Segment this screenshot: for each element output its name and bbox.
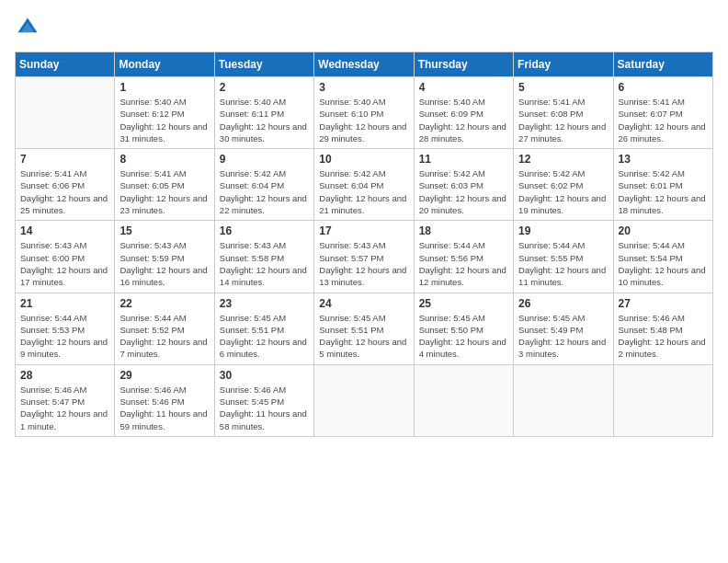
page-header	[15, 15, 713, 40]
day-info: Sunrise: 5:46 AMSunset: 5:47 PMDaylight:…	[20, 384, 109, 432]
calendar-body: 1Sunrise: 5:40 AMSunset: 6:12 PMDaylight…	[16, 77, 713, 437]
column-header-thursday: Thursday	[414, 52, 513, 77]
week-row-2: 14Sunrise: 5:43 AMSunset: 6:00 PMDayligh…	[16, 221, 713, 293]
calendar-cell: 30Sunrise: 5:46 AMSunset: 5:45 PMDayligh…	[214, 364, 313, 436]
calendar-header-row: SundayMondayTuesdayWednesdayThursdayFrid…	[16, 52, 713, 77]
day-info: Sunrise: 5:40 AMSunset: 6:11 PMDaylight:…	[220, 96, 309, 144]
calendar-cell: 1Sunrise: 5:40 AMSunset: 6:12 PMDaylight…	[115, 77, 214, 149]
day-number: 28	[20, 369, 109, 382]
day-info: Sunrise: 5:44 AMSunset: 5:54 PMDaylight:…	[619, 239, 708, 288]
day-info: Sunrise: 5:46 AMSunset: 5:46 PMDaylight:…	[119, 384, 209, 432]
logo-icon	[15, 15, 40, 40]
day-number: 21	[20, 297, 109, 310]
day-info: Sunrise: 5:44 AMSunset: 5:52 PMDaylight:…	[119, 312, 209, 361]
day-number: 22	[119, 297, 209, 310]
day-number: 10	[319, 153, 408, 166]
week-row-0: 1Sunrise: 5:40 AMSunset: 6:12 PMDaylight…	[16, 77, 713, 149]
day-info: Sunrise: 5:42 AMSunset: 6:02 PMDaylight:…	[518, 167, 608, 216]
day-info: Sunrise: 5:40 AMSunset: 6:09 PMDaylight:…	[419, 96, 508, 144]
calendar-cell: 23Sunrise: 5:45 AMSunset: 5:51 PMDayligh…	[214, 293, 313, 364]
day-number: 24	[319, 297, 408, 310]
calendar-cell: 13Sunrise: 5:42 AMSunset: 6:01 PMDayligh…	[613, 149, 712, 221]
day-info: Sunrise: 5:40 AMSunset: 6:10 PMDaylight:…	[319, 96, 408, 144]
calendar-cell: 16Sunrise: 5:43 AMSunset: 5:58 PMDayligh…	[214, 221, 313, 293]
day-info: Sunrise: 5:42 AMSunset: 6:01 PMDaylight:…	[619, 167, 708, 216]
column-header-saturday: Saturday	[613, 52, 712, 77]
calendar-cell: 4Sunrise: 5:40 AMSunset: 6:09 PMDaylight…	[414, 77, 513, 149]
calendar-cell	[314, 364, 414, 436]
calendar-cell	[414, 364, 513, 436]
day-number: 13	[619, 153, 708, 166]
day-info: Sunrise: 5:45 AMSunset: 5:49 PMDaylight:…	[518, 312, 608, 361]
day-info: Sunrise: 5:44 AMSunset: 5:55 PMDaylight:…	[518, 239, 608, 288]
day-number: 1	[119, 81, 209, 94]
calendar-cell: 17Sunrise: 5:43 AMSunset: 5:57 PMDayligh…	[314, 221, 414, 293]
day-number: 7	[20, 153, 109, 166]
day-number: 11	[419, 153, 508, 166]
day-number: 25	[419, 297, 508, 310]
day-info: Sunrise: 5:42 AMSunset: 6:04 PMDaylight:…	[319, 167, 408, 216]
calendar-cell: 24Sunrise: 5:45 AMSunset: 5:51 PMDayligh…	[314, 293, 414, 364]
day-number: 6	[619, 81, 708, 94]
calendar-cell: 28Sunrise: 5:46 AMSunset: 5:47 PMDayligh…	[16, 364, 115, 436]
calendar-cell: 25Sunrise: 5:45 AMSunset: 5:50 PMDayligh…	[414, 293, 513, 364]
day-number: 26	[518, 297, 608, 310]
calendar-cell: 18Sunrise: 5:44 AMSunset: 5:56 PMDayligh…	[414, 221, 513, 293]
calendar-cell: 9Sunrise: 5:42 AMSunset: 6:04 PMDaylight…	[214, 149, 313, 221]
column-header-monday: Monday	[115, 52, 214, 77]
calendar-cell: 8Sunrise: 5:41 AMSunset: 6:05 PMDaylight…	[115, 149, 214, 221]
day-info: Sunrise: 5:42 AMSunset: 6:03 PMDaylight:…	[419, 167, 508, 216]
column-header-friday: Friday	[514, 52, 613, 77]
calendar-cell: 11Sunrise: 5:42 AMSunset: 6:03 PMDayligh…	[414, 149, 513, 221]
day-number: 30	[220, 369, 309, 382]
day-number: 19	[518, 224, 608, 237]
calendar-cell: 15Sunrise: 5:43 AMSunset: 5:59 PMDayligh…	[115, 221, 214, 293]
day-info: Sunrise: 5:43 AMSunset: 5:58 PMDaylight:…	[220, 239, 309, 288]
calendar-cell: 5Sunrise: 5:41 AMSunset: 6:08 PMDaylight…	[514, 77, 613, 149]
day-number: 17	[319, 224, 408, 237]
calendar-cell: 29Sunrise: 5:46 AMSunset: 5:46 PMDayligh…	[115, 364, 214, 436]
day-number: 8	[119, 153, 209, 166]
calendar-cell: 2Sunrise: 5:40 AMSunset: 6:11 PMDaylight…	[214, 77, 313, 149]
calendar-cell: 7Sunrise: 5:41 AMSunset: 6:06 PMDaylight…	[16, 149, 115, 221]
day-number: 16	[220, 224, 309, 237]
day-number: 2	[220, 81, 309, 94]
day-number: 27	[619, 297, 708, 310]
day-number: 3	[319, 81, 408, 94]
calendar-cell: 12Sunrise: 5:42 AMSunset: 6:02 PMDayligh…	[514, 149, 613, 221]
day-info: Sunrise: 5:46 AMSunset: 5:48 PMDaylight:…	[619, 312, 708, 361]
day-info: Sunrise: 5:46 AMSunset: 5:45 PMDaylight:…	[220, 384, 309, 432]
day-number: 29	[119, 369, 209, 382]
calendar-cell: 6Sunrise: 5:41 AMSunset: 6:07 PMDaylight…	[613, 77, 712, 149]
day-info: Sunrise: 5:45 AMSunset: 5:51 PMDaylight:…	[220, 312, 309, 361]
day-number: 9	[220, 153, 309, 166]
day-info: Sunrise: 5:43 AMSunset: 5:59 PMDaylight:…	[119, 239, 209, 288]
column-header-wednesday: Wednesday	[314, 52, 414, 77]
day-info: Sunrise: 5:41 AMSunset: 6:06 PMDaylight:…	[20, 167, 109, 216]
day-info: Sunrise: 5:43 AMSunset: 5:57 PMDaylight:…	[319, 239, 408, 288]
calendar-cell: 10Sunrise: 5:42 AMSunset: 6:04 PMDayligh…	[314, 149, 414, 221]
day-info: Sunrise: 5:41 AMSunset: 6:07 PMDaylight:…	[619, 96, 708, 144]
calendar-cell: 19Sunrise: 5:44 AMSunset: 5:55 PMDayligh…	[514, 221, 613, 293]
calendar-cell	[16, 77, 115, 149]
calendar-cell: 21Sunrise: 5:44 AMSunset: 5:53 PMDayligh…	[16, 293, 115, 364]
calendar-cell: 20Sunrise: 5:44 AMSunset: 5:54 PMDayligh…	[613, 221, 712, 293]
day-info: Sunrise: 5:40 AMSunset: 6:12 PMDaylight:…	[119, 96, 209, 144]
calendar-cell: 26Sunrise: 5:45 AMSunset: 5:49 PMDayligh…	[514, 293, 613, 364]
day-info: Sunrise: 5:42 AMSunset: 6:04 PMDaylight:…	[220, 167, 309, 216]
week-row-1: 7Sunrise: 5:41 AMSunset: 6:06 PMDaylight…	[16, 149, 713, 221]
week-row-3: 21Sunrise: 5:44 AMSunset: 5:53 PMDayligh…	[16, 293, 713, 364]
calendar-cell: 22Sunrise: 5:44 AMSunset: 5:52 PMDayligh…	[115, 293, 214, 364]
calendar-table: SundayMondayTuesdayWednesdayThursdayFrid…	[15, 52, 713, 437]
day-info: Sunrise: 5:44 AMSunset: 5:53 PMDaylight:…	[20, 312, 109, 361]
day-number: 12	[518, 153, 608, 166]
column-header-tuesday: Tuesday	[214, 52, 313, 77]
day-number: 23	[220, 297, 309, 310]
day-info: Sunrise: 5:43 AMSunset: 6:00 PMDaylight:…	[20, 239, 109, 288]
day-number: 5	[518, 81, 608, 94]
calendar-cell: 14Sunrise: 5:43 AMSunset: 6:00 PMDayligh…	[16, 221, 115, 293]
day-number: 4	[419, 81, 508, 94]
day-info: Sunrise: 5:41 AMSunset: 6:08 PMDaylight:…	[518, 96, 608, 144]
day-info: Sunrise: 5:45 AMSunset: 5:50 PMDaylight:…	[419, 312, 508, 361]
calendar-cell	[613, 364, 712, 436]
